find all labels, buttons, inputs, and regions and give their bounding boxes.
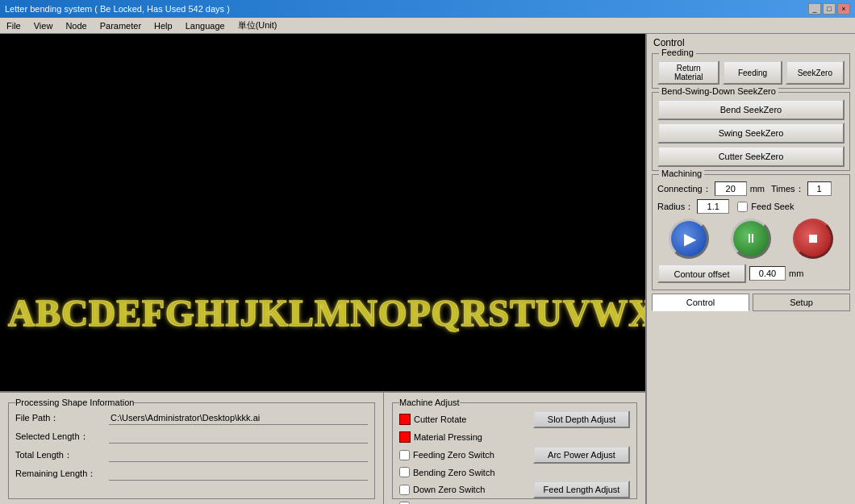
radius-input[interactable]	[697, 199, 729, 214]
menu-unit[interactable]: 単位(Unit)	[235, 18, 281, 33]
feeding-zero-row: Feeding Zero Switch Arc Power Adjust	[399, 446, 630, 464]
contour-row: Contour offset mm	[657, 264, 845, 283]
connecting-label: Connecting：	[657, 183, 711, 195]
feeding-zero-label: Feeding Zero Switch	[413, 450, 494, 460]
file-path-row: File Path：	[15, 410, 368, 425]
window-controls: _ □ ×	[808, 3, 850, 15]
play-button[interactable]: ▶	[669, 219, 709, 259]
title-text: Letter bending system ( Be Locked, Has U…	[5, 4, 808, 14]
stop-button[interactable]: ⏹	[793, 219, 833, 259]
maximize-button[interactable]: □	[823, 3, 836, 15]
connecting-input[interactable]	[715, 181, 747, 196]
material-pressing-left: Material Pressing	[399, 431, 528, 443]
down-zero-label: Down Zero Switch	[413, 485, 485, 494]
menu-file[interactable]: File	[3, 19, 24, 32]
menu-parameter[interactable]: Parameter	[97, 19, 144, 32]
material-pressing-label: Material Pressing	[414, 432, 482, 442]
tab-control[interactable]: Control	[652, 294, 749, 311]
cutter-rotate-left: Cutter Rotate	[399, 414, 528, 425]
radius-row: Radius： Feed Seek	[657, 199, 845, 214]
seek-zero-button[interactable]: SeekZero	[786, 60, 845, 85]
canvas-letters: ABCDEFGHIJKLMNOPQRSTUVWXYZ	[8, 292, 637, 335]
feed-seek-checkbox[interactable]	[737, 202, 748, 212]
cutter-rotate-indicator	[399, 414, 411, 425]
selected-length-label: Selected Length：	[15, 431, 104, 443]
bend-swing-content: Bend SeekZero Swing SeekZero Cutter Seek…	[657, 99, 845, 167]
bending-zero-row: Bending Zero Switch	[399, 467, 630, 477]
return-material-button[interactable]: ReturnMaterial	[657, 60, 719, 85]
machining-title: Machining	[659, 169, 704, 178]
right-panel: Control Feeding ReturnMaterial Feeding S…	[645, 34, 855, 504]
close-button[interactable]: ×	[837, 3, 850, 15]
title-bar: Letter bending system ( Be Locked, Has U…	[0, 0, 855, 18]
menu-node[interactable]: Node	[62, 19, 90, 32]
remaining-length-label: Remaining Length：	[15, 468, 104, 480]
feeding-group: Feeding ReturnMaterial Feeding SeekZero	[652, 53, 850, 89]
file-path-label: File Path：	[15, 412, 104, 424]
radius-label: Radius：	[657, 201, 694, 213]
arc-power-adjust-button[interactable]: Arc Power Adjust	[533, 446, 630, 464]
selected-length-input[interactable]	[109, 429, 368, 444]
bend-seek-zero-button[interactable]: Bend SeekZero	[657, 99, 845, 120]
material-pressing-row: Material Pressing	[399, 431, 630, 443]
feeding-buttons: ReturnMaterial Feeding SeekZero	[657, 60, 845, 85]
bottom-panel: Processing Shape Information File Path： …	[0, 391, 645, 504]
times-label: Times：	[771, 183, 804, 195]
tab-setup[interactable]: Setup	[753, 294, 850, 311]
bending-zero-left: Bending Zero Switch	[399, 467, 528, 477]
down-zero-left: Down Zero Switch	[399, 485, 528, 495]
remaining-length-row: Remaining Length：	[15, 466, 368, 481]
cutter-rotate-label: Cutter Rotate	[414, 414, 466, 424]
feed-seek-label: Feed Seek	[751, 202, 794, 211]
canvas-display: ABCDEFGHIJKLMNOPQRSTUVWXYZ	[0, 34, 645, 391]
cutter-seek-zero-button[interactable]: Cutter SeekZero	[657, 146, 845, 167]
feeding-button[interactable]: Feeding	[723, 60, 782, 85]
tab-row: Control Setup	[652, 294, 850, 311]
total-length-row: Total Length：	[15, 448, 368, 462]
down-zero-row: Down Zero Switch Feed Length Adjust	[399, 481, 630, 498]
feed-length-adjust-button[interactable]: Feed Length Adjust	[533, 481, 630, 498]
total-length-label: Total Length：	[15, 449, 104, 461]
machining-buttons: ▶ ⏸ ⏹	[657, 219, 845, 259]
cutter-rotate-row: Cutter Rotate Slot Depth Adjust	[399, 410, 630, 428]
shape-info-panel: Processing Shape Information File Path： …	[0, 393, 384, 504]
minimize-button[interactable]: _	[808, 3, 821, 15]
material-pressing-indicator	[399, 431, 411, 443]
menu-help[interactable]: Help	[151, 19, 176, 32]
times-input[interactable]	[807, 181, 832, 196]
machine-adjust-panel: Machine Adjust Cutter Rotate Slot Depth …	[384, 393, 645, 504]
connecting-unit: mm	[750, 184, 765, 194]
bend-swing-title: Bend-Swing-Down SeekZero	[659, 86, 778, 96]
machining-content: Connecting： mm Times： Radius： Feed Seek …	[657, 181, 845, 283]
feeding-zero-left: Feeding Zero Switch	[399, 450, 528, 460]
machining-group: Machining Connecting： mm Times： Radius： …	[652, 174, 850, 290]
menu-view[interactable]: View	[31, 19, 56, 32]
swing-seek-zero-button[interactable]: Swing SeekZero	[657, 123, 845, 144]
main-layout: ABCDEFGHIJKLMNOPQRSTUVWXYZ Processing Sh…	[0, 34, 855, 504]
shape-info-title: Processing Shape Information	[15, 398, 134, 407]
pause-button[interactable]: ⏸	[731, 219, 771, 259]
feeding-row: ReturnMaterial Feeding SeekZero	[657, 60, 845, 85]
bend-swing-group: Bend-Swing-Down SeekZero Bend SeekZero S…	[652, 92, 850, 171]
remaining-length-input[interactable]	[109, 466, 368, 481]
contour-offset-unit: mm	[789, 269, 803, 278]
contour-offset-input[interactable]	[749, 266, 786, 281]
feeding-group-title: Feeding	[659, 48, 696, 57]
bending-zero-checkbox[interactable]	[399, 467, 410, 477]
connecting-row: Connecting： mm Times：	[657, 181, 845, 196]
selected-length-row: Selected Length：	[15, 429, 368, 444]
machine-adjust-title: Machine Adjust	[399, 398, 460, 407]
total-length-input[interactable]	[109, 448, 368, 462]
menu-language[interactable]: Language	[182, 19, 228, 32]
menu-bar: File View Node Parameter Help Language 単…	[0, 18, 855, 34]
feeding-zero-checkbox[interactable]	[399, 450, 410, 460]
bending-zero-label: Bending Zero Switch	[413, 468, 495, 477]
down-zero-checkbox[interactable]	[399, 485, 410, 495]
contour-offset-button[interactable]: Contour offset	[657, 264, 746, 283]
canvas-area: ABCDEFGHIJKLMNOPQRSTUVWXYZ Processing Sh…	[0, 34, 645, 504]
slot-depth-adjust-button[interactable]: Slot Depth Adjust	[533, 410, 630, 428]
file-path-input[interactable]	[109, 410, 368, 425]
